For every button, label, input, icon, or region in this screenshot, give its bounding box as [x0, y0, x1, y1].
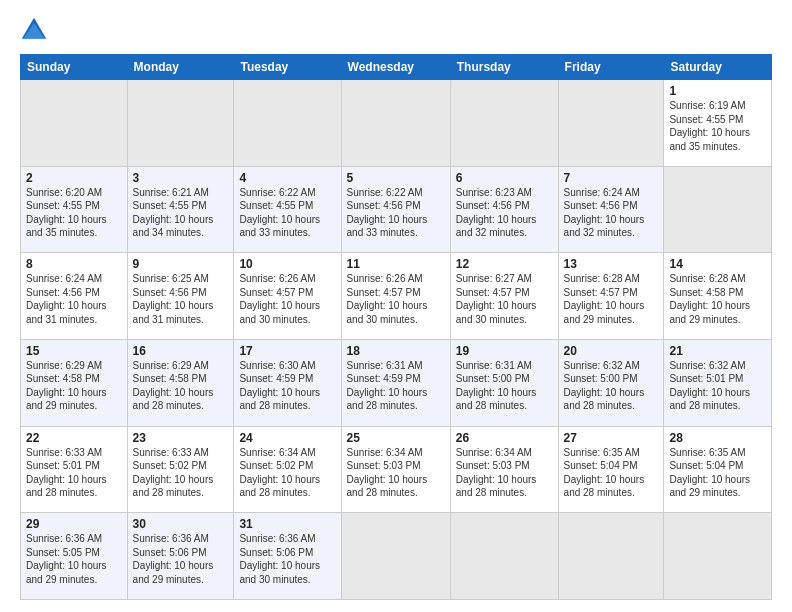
day-info: Sunrise: 6:20 AMSunset: 4:55 PMDaylight:… — [26, 187, 107, 239]
weekday-header-sunday: Sunday — [21, 55, 128, 80]
calendar-cell: 26 Sunrise: 6:34 AMSunset: 5:03 PMDaylig… — [450, 426, 558, 513]
day-info: Sunrise: 6:31 AMSunset: 5:00 PMDaylight:… — [456, 360, 537, 412]
calendar-cell: 12 Sunrise: 6:27 AMSunset: 4:57 PMDaylig… — [450, 253, 558, 340]
calendar-cell — [21, 80, 128, 167]
calendar-cell — [341, 80, 450, 167]
day-number: 25 — [347, 431, 445, 445]
calendar-cell: 2 Sunrise: 6:20 AMSunset: 4:55 PMDayligh… — [21, 166, 128, 253]
weekday-header-saturday: Saturday — [664, 55, 772, 80]
calendar-cell: 15 Sunrise: 6:29 AMSunset: 4:58 PMDaylig… — [21, 339, 128, 426]
calendar-cell: 4 Sunrise: 6:22 AMSunset: 4:55 PMDayligh… — [234, 166, 341, 253]
calendar-cell: 3 Sunrise: 6:21 AMSunset: 4:55 PMDayligh… — [127, 166, 234, 253]
day-number: 19 — [456, 344, 553, 358]
day-number: 24 — [239, 431, 335, 445]
day-number: 13 — [564, 257, 659, 271]
day-number: 1 — [669, 84, 766, 98]
weekday-header-monday: Monday — [127, 55, 234, 80]
day-number: 17 — [239, 344, 335, 358]
calendar-cell — [234, 80, 341, 167]
day-number: 2 — [26, 171, 122, 185]
calendar-cell — [127, 80, 234, 167]
day-number: 9 — [133, 257, 229, 271]
calendar-week-row: 22 Sunrise: 6:33 AMSunset: 5:01 PMDaylig… — [21, 426, 772, 513]
day-number: 10 — [239, 257, 335, 271]
weekday-header-wednesday: Wednesday — [341, 55, 450, 80]
day-info: Sunrise: 6:36 AMSunset: 5:06 PMDaylight:… — [239, 533, 320, 585]
day-number: 27 — [564, 431, 659, 445]
day-number: 14 — [669, 257, 766, 271]
day-number: 5 — [347, 171, 445, 185]
day-info: Sunrise: 6:33 AMSunset: 5:01 PMDaylight:… — [26, 447, 107, 499]
calendar-cell — [341, 513, 450, 600]
calendar-week-row: 8 Sunrise: 6:24 AMSunset: 4:56 PMDayligh… — [21, 253, 772, 340]
calendar-cell: 29 Sunrise: 6:36 AMSunset: 5:05 PMDaylig… — [21, 513, 128, 600]
day-number: 21 — [669, 344, 766, 358]
weekday-header-tuesday: Tuesday — [234, 55, 341, 80]
day-info: Sunrise: 6:36 AMSunset: 5:05 PMDaylight:… — [26, 533, 107, 585]
day-info: Sunrise: 6:22 AMSunset: 4:56 PMDaylight:… — [347, 187, 428, 239]
day-number: 12 — [456, 257, 553, 271]
calendar-cell: 24 Sunrise: 6:34 AMSunset: 5:02 PMDaylig… — [234, 426, 341, 513]
calendar-cell — [450, 80, 558, 167]
day-info: Sunrise: 6:26 AMSunset: 4:57 PMDaylight:… — [347, 273, 428, 325]
day-info: Sunrise: 6:35 AMSunset: 5:04 PMDaylight:… — [564, 447, 645, 499]
calendar-cell: 13 Sunrise: 6:28 AMSunset: 4:57 PMDaylig… — [558, 253, 664, 340]
calendar-cell: 30 Sunrise: 6:36 AMSunset: 5:06 PMDaylig… — [127, 513, 234, 600]
day-info: Sunrise: 6:21 AMSunset: 4:55 PMDaylight:… — [133, 187, 214, 239]
day-number: 31 — [239, 517, 335, 531]
day-number: 28 — [669, 431, 766, 445]
day-number: 4 — [239, 171, 335, 185]
logo — [20, 16, 52, 44]
day-info: Sunrise: 6:34 AMSunset: 5:03 PMDaylight:… — [347, 447, 428, 499]
calendar-cell: 31 Sunrise: 6:36 AMSunset: 5:06 PMDaylig… — [234, 513, 341, 600]
day-info: Sunrise: 6:27 AMSunset: 4:57 PMDaylight:… — [456, 273, 537, 325]
day-info: Sunrise: 6:34 AMSunset: 5:03 PMDaylight:… — [456, 447, 537, 499]
day-number: 11 — [347, 257, 445, 271]
day-number: 6 — [456, 171, 553, 185]
calendar-cell: 19 Sunrise: 6:31 AMSunset: 5:00 PMDaylig… — [450, 339, 558, 426]
logo-icon — [20, 16, 48, 44]
weekday-header-friday: Friday — [558, 55, 664, 80]
weekday-header-thursday: Thursday — [450, 55, 558, 80]
calendar-week-row: 15 Sunrise: 6:29 AMSunset: 4:58 PMDaylig… — [21, 339, 772, 426]
day-number: 30 — [133, 517, 229, 531]
day-info: Sunrise: 6:19 AMSunset: 4:55 PMDaylight:… — [669, 100, 750, 152]
day-info: Sunrise: 6:34 AMSunset: 5:02 PMDaylight:… — [239, 447, 320, 499]
day-number: 29 — [26, 517, 122, 531]
calendar-cell: 20 Sunrise: 6:32 AMSunset: 5:00 PMDaylig… — [558, 339, 664, 426]
weekday-header-row: SundayMondayTuesdayWednesdayThursdayFrid… — [21, 55, 772, 80]
calendar-cell — [558, 513, 664, 600]
day-info: Sunrise: 6:26 AMSunset: 4:57 PMDaylight:… — [239, 273, 320, 325]
calendar-page: SundayMondayTuesdayWednesdayThursdayFrid… — [0, 0, 792, 612]
day-number: 26 — [456, 431, 553, 445]
day-number: 22 — [26, 431, 122, 445]
calendar-cell: 5 Sunrise: 6:22 AMSunset: 4:56 PMDayligh… — [341, 166, 450, 253]
day-info: Sunrise: 6:28 AMSunset: 4:58 PMDaylight:… — [669, 273, 750, 325]
calendar-cell: 9 Sunrise: 6:25 AMSunset: 4:56 PMDayligh… — [127, 253, 234, 340]
day-info: Sunrise: 6:31 AMSunset: 4:59 PMDaylight:… — [347, 360, 428, 412]
calendar-cell: 27 Sunrise: 6:35 AMSunset: 5:04 PMDaylig… — [558, 426, 664, 513]
calendar-cell: 11 Sunrise: 6:26 AMSunset: 4:57 PMDaylig… — [341, 253, 450, 340]
calendar-cell: 6 Sunrise: 6:23 AMSunset: 4:56 PMDayligh… — [450, 166, 558, 253]
calendar-week-row: 1 Sunrise: 6:19 AMSunset: 4:55 PMDayligh… — [21, 80, 772, 167]
calendar-week-row: 2 Sunrise: 6:20 AMSunset: 4:55 PMDayligh… — [21, 166, 772, 253]
day-number: 7 — [564, 171, 659, 185]
calendar-cell — [558, 80, 664, 167]
day-number: 15 — [26, 344, 122, 358]
calendar-cell: 14 Sunrise: 6:28 AMSunset: 4:58 PMDaylig… — [664, 253, 772, 340]
day-number: 8 — [26, 257, 122, 271]
calendar-cell — [664, 513, 772, 600]
day-info: Sunrise: 6:30 AMSunset: 4:59 PMDaylight:… — [239, 360, 320, 412]
calendar-cell: 22 Sunrise: 6:33 AMSunset: 5:01 PMDaylig… — [21, 426, 128, 513]
calendar-cell — [664, 166, 772, 253]
day-number: 20 — [564, 344, 659, 358]
calendar-cell — [450, 513, 558, 600]
calendar-cell: 7 Sunrise: 6:24 AMSunset: 4:56 PMDayligh… — [558, 166, 664, 253]
calendar-cell: 21 Sunrise: 6:32 AMSunset: 5:01 PMDaylig… — [664, 339, 772, 426]
calendar-week-row: 29 Sunrise: 6:36 AMSunset: 5:05 PMDaylig… — [21, 513, 772, 600]
day-info: Sunrise: 6:23 AMSunset: 4:56 PMDaylight:… — [456, 187, 537, 239]
day-number: 18 — [347, 344, 445, 358]
day-info: Sunrise: 6:29 AMSunset: 4:58 PMDaylight:… — [133, 360, 214, 412]
day-number: 16 — [133, 344, 229, 358]
day-info: Sunrise: 6:24 AMSunset: 4:56 PMDaylight:… — [26, 273, 107, 325]
